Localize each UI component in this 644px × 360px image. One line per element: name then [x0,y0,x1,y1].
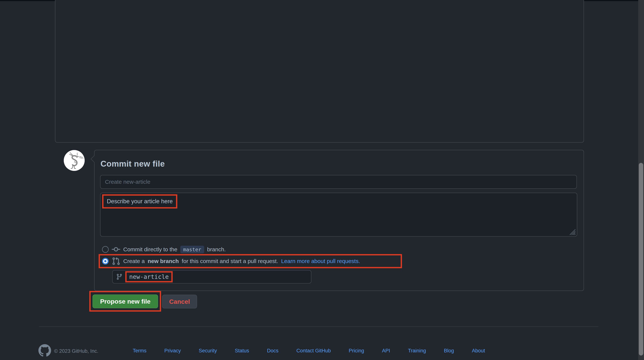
footer-link-status[interactable]: Status [235,348,249,354]
cancel-button[interactable]: Cancel [162,295,197,308]
card-caret [90,155,98,163]
radio-commit-direct[interactable]: Commit directly to the master branch. [102,243,226,256]
footer-divider [39,327,598,327]
radio-branch-label-end: for this commit and start a pull request… [182,258,278,264]
footer-links: TermsPrivacySecurityStatusDocsContact Gi… [133,348,485,354]
annotation-box-new-branch-radio: Create a new branch for this commit and … [99,254,402,268]
footer-link-training[interactable]: Training [408,348,426,354]
git-pull-request-icon [112,257,120,265]
footer-link-pricing[interactable]: Pricing [349,348,364,354]
scrollbar-thumb[interactable] [639,163,643,356]
avatar [64,150,85,171]
footer-link-contact-github[interactable]: Contact GitHub [296,348,331,354]
annotation-box-branch-value: new-article [125,271,173,282]
radio-direct-label-after: branch. [207,246,226,253]
branch-name-value: new-article [129,273,169,280]
radio-branch-label-start: Create a [123,258,145,264]
scrollbar-track[interactable] [638,0,644,360]
footer-link-blog[interactable]: Blog [444,348,454,354]
git-branch-icon [116,273,123,280]
branch-badge-master: master [180,246,204,253]
github-logo-icon[interactable] [38,344,51,358]
propose-new-file-button[interactable]: Propose new file [92,295,158,308]
footer-copyright: © 2023 GitHub, Inc. [54,348,98,354]
annotation-box-description: Describe your article here [102,194,177,208]
footer-link-api[interactable]: API [382,348,390,354]
dragon-avatar-image [64,150,85,171]
footer-link-security[interactable]: Security [199,348,217,354]
branch-name-input[interactable]: new-article [112,270,311,284]
page-title: Commit new file [100,159,165,169]
radio-create-branch[interactable] [102,258,109,265]
footer-link-docs[interactable]: Docs [267,348,278,354]
resize-handle-icon[interactable] [569,229,576,235]
radio-button-unselected[interactable] [102,246,109,253]
annotation-box-propose-button: Propose new file [89,291,161,312]
description-value: Describe your article here [107,198,173,205]
commit-description-textarea[interactable]: Describe your article here [100,193,577,237]
pull-requests-learn-more-link[interactable]: Learn more about pull requests. [281,258,360,264]
footer-link-about[interactable]: About [472,348,485,354]
commit-summary-input[interactable] [100,175,577,189]
file-editor-panel[interactable] [55,0,584,143]
footer-link-terms[interactable]: Terms [133,348,146,354]
commit-new-file-card: Commit new file Describe your article he… [94,150,584,291]
footer-link-privacy[interactable]: Privacy [164,348,181,354]
git-commit-icon [112,245,120,254]
radio-branch-label-bold: new branch [148,258,179,264]
radio-direct-label-before: Commit directly to the [123,246,177,253]
